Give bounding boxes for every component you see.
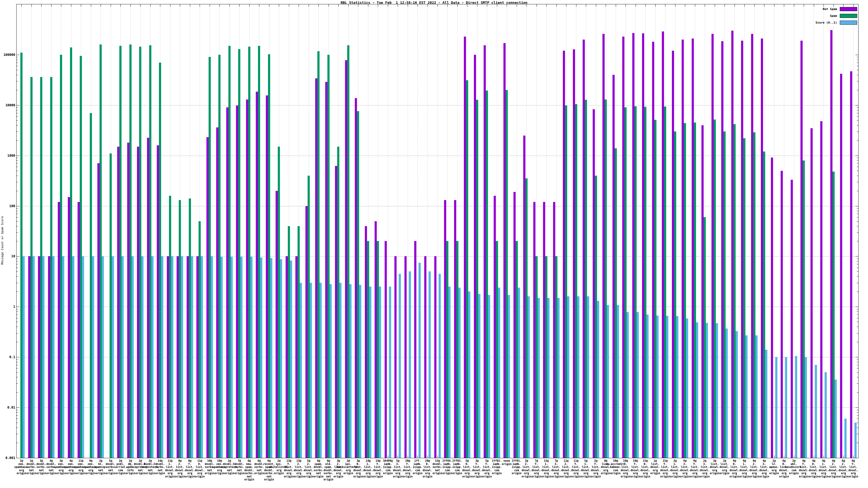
y-minor-tick — [857, 81, 858, 82]
bar-not-spam — [454, 200, 456, 458]
x-top-tick — [467, 4, 467, 7]
x-top-tick — [665, 4, 665, 7]
bar-score — [290, 261, 292, 458]
y-minor-tick — [857, 291, 858, 292]
bar-not-spam — [791, 180, 793, 458]
legend-item-spam: Spam — [816, 13, 857, 18]
y-minor-tick — [17, 221, 18, 222]
y-axis-tick-label: 0.1 — [0, 355, 15, 359]
y-minor-tick — [17, 264, 18, 264]
y-minor-tick — [857, 434, 858, 434]
bar-score — [696, 322, 698, 458]
x-bottom-tick — [388, 455, 388, 458]
bar-spam — [684, 123, 686, 458]
x-top-tick — [566, 4, 566, 7]
bar-score — [795, 356, 797, 458]
bar-score — [260, 258, 262, 458]
y-minor-tick — [857, 226, 858, 226]
bar-spam — [50, 77, 52, 458]
y-minor-tick — [17, 120, 18, 121]
bar-spam — [99, 44, 102, 458]
bar-not-spam — [394, 256, 397, 458]
bar-not-spam — [266, 95, 268, 458]
bar-not-spam — [196, 256, 198, 458]
bar-not-spam — [127, 142, 129, 458]
y-major-tick — [17, 306, 19, 307]
legend-swatch — [840, 14, 857, 18]
y-major-tick — [17, 206, 19, 206]
y-minor-tick — [17, 75, 18, 75]
bar-spam — [446, 241, 448, 458]
bar-score — [676, 316, 678, 458]
bar-spam — [624, 107, 627, 458]
bar-spam — [595, 176, 597, 458]
y-minor-tick — [17, 423, 18, 423]
bar-score — [725, 329, 728, 458]
bar-score — [220, 257, 223, 458]
y-minor-tick — [17, 261, 18, 261]
bar-score — [399, 274, 401, 458]
y-major-tick — [856, 156, 858, 156]
bar-spam — [30, 77, 33, 458]
bar-spam — [308, 176, 310, 458]
y-major-tick — [17, 357, 19, 357]
x-top-tick — [210, 4, 210, 7]
bar-score — [280, 259, 282, 458]
y-minor-tick — [17, 131, 18, 132]
x-gridline — [784, 4, 784, 458]
legend-label: Not Spam — [823, 7, 837, 11]
bar-not-spam — [28, 256, 30, 458]
bar-spam — [555, 256, 557, 458]
y-minor-tick — [857, 327, 858, 327]
y-minor-tick — [17, 60, 18, 60]
x-bottom-tick — [843, 455, 844, 458]
legend-label: Score (0..1) — [816, 21, 837, 24]
x-gridline — [843, 4, 844, 458]
y-minor-tick — [857, 131, 858, 132]
bar-score — [656, 316, 659, 458]
bar-not-spam — [820, 121, 823, 458]
y-minor-tick — [17, 291, 18, 292]
y-minor-tick — [857, 392, 858, 393]
bar-spam — [110, 154, 112, 458]
y-minor-tick — [857, 368, 858, 368]
bar-not-spam — [652, 42, 654, 458]
bar-spam — [298, 226, 300, 458]
bar-score — [518, 288, 520, 458]
bar-score — [567, 296, 569, 458]
y-major-tick — [17, 105, 19, 105]
bar-not-spam — [840, 74, 842, 458]
bar-spam — [833, 172, 835, 458]
x-top-tick — [735, 4, 735, 7]
y-minor-tick — [17, 410, 18, 410]
bar-score — [646, 315, 649, 458]
x-top-tick — [437, 4, 438, 7]
y-minor-tick — [857, 412, 858, 413]
y-minor-tick — [17, 392, 18, 393]
bar-not-spam — [622, 37, 624, 458]
bar-spam — [545, 256, 547, 458]
x-top-tick — [398, 4, 398, 7]
y-major-tick — [856, 105, 858, 105]
x-axis-label: 6@ Y. list. dnswl. org origin — [834, 459, 868, 478]
y-minor-tick — [17, 107, 18, 108]
y-minor-tick — [857, 419, 858, 419]
bar-spam — [179, 200, 181, 458]
bar-spam — [149, 45, 151, 458]
bar-not-spam — [375, 221, 377, 458]
y-minor-tick — [17, 427, 18, 428]
bar-not-spam — [147, 138, 149, 458]
x-top-tick — [804, 4, 804, 7]
bar-score — [52, 256, 55, 458]
bar-spam — [60, 55, 62, 458]
bar-score — [191, 256, 193, 458]
bar-spam — [119, 46, 122, 458]
bar-not-spam — [721, 41, 723, 458]
bar-score — [765, 350, 767, 458]
bar-score — [468, 291, 470, 458]
y-major-tick — [856, 306, 858, 307]
bar-not-spam — [305, 206, 308, 458]
x-gridline — [437, 4, 438, 458]
bar-not-spam — [256, 92, 258, 458]
y-minor-tick — [857, 214, 858, 214]
